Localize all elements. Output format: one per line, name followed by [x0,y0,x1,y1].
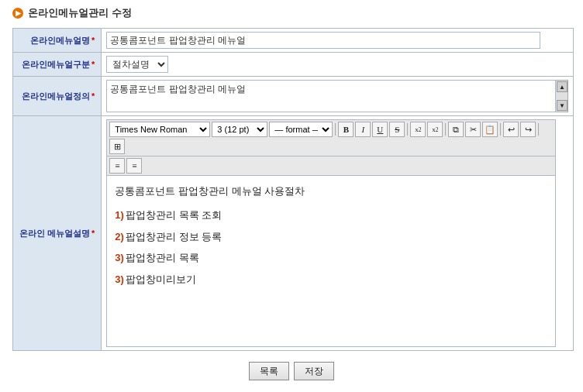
scrollbar-up-btn[interactable]: ▲ [557,81,567,92]
editor-item-4: 3)팝업창미리보기 [115,270,547,288]
menu-desc-label-cell: 온라인 메뉴얼설명* [13,116,102,351]
menu-type-label: 온라인메뉴얼구분 [22,60,90,69]
copy-btn[interactable]: ⧉ [448,122,464,137]
footer-buttons: 목록 저장 [12,362,571,380]
editor-item-3: 3)팝업창관리 목록 [115,249,547,266]
save-button[interactable]: 저장 [294,362,334,380]
strike-btn[interactable]: S [389,122,405,137]
align-left-btn[interactable]: ≡ [109,158,125,174]
row-menu-name: 온라인메뉴얼명* [13,29,574,53]
menu-def-label-cell: 온라인메뉴얼정의* [13,77,102,116]
superscript-btn[interactable]: x2 [427,122,443,137]
menu-def-label: 온라인메뉴얼정의 [22,91,90,101]
paste-btn[interactable]: 📋 [482,122,498,137]
sep5 [538,123,539,136]
item-4-text: 팝업창미리보기 [126,273,196,285]
editor-title-line: 공통콤포넌트 팝업창관리 메뉴얼 사용절차 [115,182,547,200]
menu-desc-value-cell: Times New Roman 3 (12 pt) — format — B I… [102,116,574,351]
underline-btn[interactable]: U [372,122,388,137]
cut-btn[interactable]: ✂ [465,122,481,137]
editor-item-1: 1)팝업창관리 목록 조회 [115,206,547,224]
bold-btn[interactable]: B [338,122,354,137]
menu-name-label: 온라인메뉴얼명 [30,36,90,45]
sep3 [445,123,446,136]
menu-type-label-cell: 온라인메뉴얼구분* [13,53,102,77]
editor-content-area[interactable]: 공통콤포넌트 팝업창관리 메뉴얼 사용절차 1)팝업창관리 목록 조회 2)팝업… [107,176,555,346]
page-title: 온라인메뉴얼관리 수정 [28,6,132,20]
item-2-text: 팝업창관리 정보 등록 [126,231,222,242]
editor-align-bar: ≡ ≡ [107,156,555,176]
item-3-num: 3) [115,252,124,263]
form-table: 온라인메뉴얼명* 온라인메뉴얼구분* 절차설명 참고설명 기타 온라인메뉴얼정 [12,28,574,351]
menu-name-value-cell [102,29,574,53]
menu-type-required: * [91,60,95,69]
page-header: ▶ 온라인메뉴얼관리 수정 [12,6,571,20]
menu-def-scrollbar: ▲ ▼ [556,80,568,112]
source-btn[interactable]: ⊞ [109,139,125,154]
menu-def-textarea[interactable]: 공통콤포넌트 팝업창관리 메뉴얼 [106,80,556,112]
redo-btn[interactable]: ↪ [520,122,536,137]
sep4 [500,123,501,136]
format-select[interactable]: — format — [269,122,333,137]
row-menu-desc: 온라인 메뉴얼설명* Times New Roman 3 (12 pt) — f… [13,116,574,351]
align-center-btn[interactable]: ≡ [126,158,142,174]
row-menu-type: 온라인메뉴얼구분* 절차설명 참고설명 기타 [13,53,574,77]
menu-def-required: * [91,91,95,101]
menu-type-value-cell: 절차설명 참고설명 기타 [102,53,574,77]
menu-type-select[interactable]: 절차설명 참고설명 기타 [106,56,168,73]
row-menu-def: 온라인메뉴얼정의* 공통콤포넌트 팝업창관리 메뉴얼 ▲ ▼ [13,77,574,116]
item-1-num: 1) [115,209,124,221]
page-wrapper: ▶ 온라인메뉴얼관리 수정 온라인메뉴얼명* 온라인메뉴얼구분* 절차설명 참고… [0,0,583,392]
sep1 [335,123,336,136]
menu-desc-label: 온라인 메뉴얼설명 [19,229,90,238]
subscript-btn[interactable]: x2 [410,122,426,137]
item-4-num: 3) [115,273,124,285]
item-1-text: 팝업창관리 목록 조회 [126,209,222,221]
sep2 [407,123,408,136]
font-family-select[interactable]: Times New Roman [109,122,210,137]
italic-btn[interactable]: I [355,122,371,137]
menu-def-value-cell: 공통콤포넌트 팝업창관리 메뉴얼 ▲ ▼ [102,77,574,116]
editor-toolbar: Times New Roman 3 (12 pt) — format — B I… [107,120,555,156]
scrollbar-down-btn[interactable]: ▼ [557,100,567,111]
rich-text-editor: Times New Roman 3 (12 pt) — format — B I… [106,119,556,347]
editor-item-2: 2)팝업창관리 정보 등록 [115,228,547,246]
menu-name-label-cell: 온라인메뉴얼명* [13,29,102,53]
menu-name-required: * [91,36,95,45]
list-button[interactable]: 목록 [249,362,289,380]
item-2-num: 2) [115,231,124,242]
item-3-text: 팝업창관리 목록 [126,252,199,263]
menu-name-input[interactable] [106,32,540,49]
menu-desc-required: * [91,229,95,238]
menu-def-scroll-container: 공통콤포넌트 팝업창관리 메뉴얼 ▲ ▼ [106,80,568,112]
font-size-select[interactable]: 3 (12 pt) [212,122,267,137]
header-icon: ▶ [12,8,23,19]
undo-btn[interactable]: ↩ [503,122,519,137]
